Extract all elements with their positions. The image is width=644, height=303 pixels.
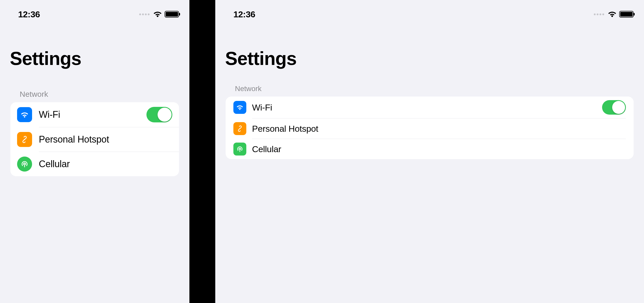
wifi-icon (233, 101, 246, 114)
network-section: Network Wi-Fi Personal Hotspot (215, 85, 644, 159)
cellular-row[interactable]: Cellular (10, 152, 179, 176)
hotspot-label: Personal Hotspot (252, 124, 626, 134)
section-header: Network (226, 85, 634, 97)
link-icon (17, 132, 32, 147)
wifi-row[interactable]: Wi-Fi (10, 102, 179, 127)
status-icons (139, 10, 179, 18)
status-bar: 12:36 (215, 0, 644, 21)
wifi-label: Wi-Fi (39, 109, 146, 120)
hotspot-label: Personal Hotspot (39, 134, 172, 145)
cellular-signal-icon (139, 13, 150, 15)
cellular-label: Cellular (39, 159, 172, 169)
status-time: 12:36 (10, 9, 40, 19)
hotspot-row[interactable]: Personal Hotspot (10, 127, 179, 152)
wifi-row[interactable]: Wi-Fi (226, 97, 634, 118)
wifi-icon (17, 107, 32, 122)
battery-icon (165, 11, 179, 18)
battery-icon (619, 11, 634, 18)
cellular-signal-icon (594, 13, 604, 15)
antenna-icon (17, 157, 32, 172)
status-icons (594, 10, 634, 18)
hotspot-row[interactable]: Personal Hotspot (226, 119, 634, 139)
settings-card: Wi-Fi Personal Hotspot Cellular (10, 102, 179, 176)
wifi-toggle[interactable] (146, 107, 172, 122)
screen-divider (189, 0, 215, 303)
status-bar: 12:36 (0, 0, 189, 21)
screen-variant-a: 12:36 Settings Network Wi-Fi (0, 0, 189, 303)
antenna-icon (233, 143, 246, 156)
section-header: Network (10, 90, 179, 102)
wifi-status-icon (608, 10, 617, 18)
page-title: Settings (215, 21, 644, 69)
status-time: 12:36 (226, 9, 255, 19)
network-section: Network Wi-Fi Personal Hotspot (0, 90, 189, 176)
wifi-label: Wi-Fi (252, 102, 602, 113)
screen-variant-b: 12:36 Settings Network Wi-Fi (215, 0, 644, 303)
wifi-status-icon (153, 10, 162, 18)
wifi-toggle[interactable] (602, 100, 626, 115)
link-icon (233, 122, 246, 135)
page-title: Settings (0, 21, 189, 69)
settings-card: Wi-Fi Personal Hotspot Cellular (226, 97, 634, 159)
cellular-label: Cellular (252, 144, 626, 154)
cellular-row[interactable]: Cellular (226, 139, 634, 159)
